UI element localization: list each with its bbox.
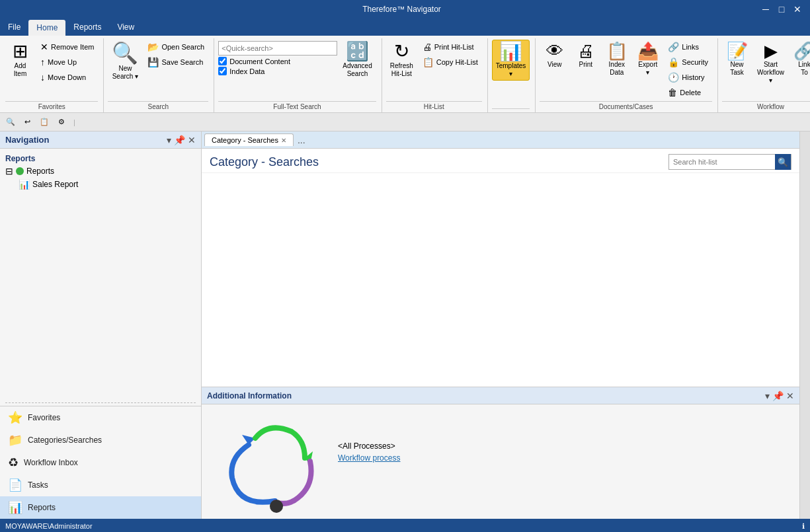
additional-info-dropdown-btn[interactable]: ▾: [765, 391, 770, 401]
templates-button[interactable]: 📊 Templates ▾: [492, 40, 530, 81]
save-search-button[interactable]: 💾 Save Search: [143, 55, 208, 69]
sidebar-item-workflow-inbox[interactable]: ♻ Workflow Inbox: [0, 451, 201, 474]
new-search-icon: 🔍: [112, 42, 138, 63]
toolbar-search-btn[interactable]: 🔍: [3, 116, 19, 128]
delete-button[interactable]: 🗑 Delete: [664, 85, 712, 100]
content-area: Category - Searches ✕ ... Category - Sea…: [202, 132, 799, 519]
ribbon-group-documents: 👁 View 🖨 Print 📋 IndexData 📤 Export ▾: [537, 38, 718, 112]
tab-close-button[interactable]: ✕: [281, 137, 286, 144]
tab-more-button[interactable]: ...: [295, 135, 308, 145]
ribbon-group-workflow: 📝 NewTask ▶ StartWorkflow ▾ 🔗 LinkTo Wor…: [719, 38, 810, 112]
templates-label: [492, 108, 530, 112]
minimize-button[interactable]: ─: [758, 2, 773, 17]
link-to-button[interactable]: 🔗 LinkTo: [790, 40, 810, 79]
refresh-hitlist-button[interactable]: ↻ RefreshHit-List: [386, 40, 417, 81]
start-workflow-icon: ▶: [764, 42, 778, 59]
advanced-search-button[interactable]: 🔡 AdvancedSearch: [339, 40, 376, 81]
additional-info-buttons: ▾ 📌 ✕: [765, 391, 794, 401]
search-hit-list-button[interactable]: 🔍: [775, 154, 791, 170]
sidebar-item-categories[interactable]: 📁 Categories/Searches: [0, 429, 201, 451]
toolbar-copy-btn[interactable]: 📋: [36, 116, 52, 128]
additional-info-close-btn[interactable]: ✕: [786, 391, 794, 401]
move-down-icon: ↓: [40, 72, 45, 83]
nav-pin-button[interactable]: ▾: [167, 135, 171, 145]
workflow-buttons: 📝 NewTask ▶ StartWorkflow ▾ 🔗 LinkTo: [722, 38, 810, 100]
search-hit-list-area: 🔍: [668, 154, 791, 170]
tree-item-sales-report[interactable]: 📊 Sales Report: [0, 178, 201, 191]
toolbar-back-btn[interactable]: ↩: [21, 116, 34, 128]
menu-reports[interactable]: Reports: [65, 19, 109, 36]
tree-item-reports[interactable]: ⊟ Reports: [0, 165, 201, 178]
refresh-icon: ↻: [394, 42, 409, 61]
status-info-icon[interactable]: ℹ: [802, 522, 805, 531]
move-down-button[interactable]: ↓ Move Down: [36, 70, 98, 85]
nav-divider: [5, 402, 196, 403]
toolbar-settings-btn[interactable]: ⚙: [55, 116, 68, 128]
menu-file[interactable]: File: [0, 19, 28, 36]
templates-icon: 📊: [499, 42, 522, 61]
ribbon-group-search: 🔍 NewSearch ▾ 📂 Open Search 💾 Save Searc…: [105, 38, 214, 112]
start-workflow-button[interactable]: ▶ StartWorkflow ▾: [753, 40, 788, 87]
print-button[interactable]: 🖨 Print: [571, 40, 600, 71]
additional-info-pin-btn[interactable]: 📌: [772, 391, 784, 401]
search-hit-list-input[interactable]: [669, 158, 775, 166]
ribbon-group-fulltext: Document Content Index Data 🔡 AdvancedSe…: [216, 38, 382, 112]
remove-item-button[interactable]: ✕ Remove Item: [36, 40, 98, 54]
additional-info-content: <All Processes> Workflow process: [202, 404, 799, 525]
print-icon: 🖨: [423, 42, 432, 52]
new-task-icon: 📝: [727, 42, 748, 59]
quick-search-input[interactable]: [218, 41, 337, 56]
tasks-icon: 📄: [8, 478, 22, 492]
history-button[interactable]: 🕐 History: [664, 70, 712, 85]
add-item-button[interactable]: ⊞ AddItem: [5, 40, 35, 81]
workflow-process-link[interactable]: Workflow process: [338, 453, 400, 463]
new-task-button[interactable]: 📝 NewTask: [722, 40, 752, 79]
copy-hitlist-button[interactable]: 📋 Copy Hit-List: [419, 55, 482, 69]
reports-indicator: [16, 167, 24, 175]
right-scrollbar[interactable]: [799, 132, 810, 519]
sidebar-item-favorites[interactable]: ⭐ Favorites: [0, 406, 201, 429]
close-button[interactable]: ✕: [790, 2, 805, 17]
index-data-checkbox[interactable]: [218, 67, 227, 75]
workflow-diagram: [212, 415, 325, 514]
additional-info-header: Additional Information ▾ 📌 ✕: [202, 387, 799, 404]
nav-float-button[interactable]: 📌: [174, 135, 185, 145]
favorites-icon: ⭐: [8, 410, 22, 425]
workflow-svg: [212, 415, 325, 517]
nav-close-button[interactable]: ✕: [188, 135, 196, 145]
navigation-title: Navigation: [5, 135, 49, 145]
search-label: Search: [108, 101, 208, 112]
tab-bar: Category - Searches ✕ ...: [202, 132, 799, 149]
move-up-button[interactable]: ↑ Move Up: [36, 55, 98, 69]
sidebar-item-reports[interactable]: 📊 Reports: [0, 496, 201, 519]
index-data-button[interactable]: 📋 IndexData: [602, 40, 631, 79]
reports-nav-icon: 📊: [8, 500, 22, 515]
menu-home[interactable]: Home: [28, 20, 65, 36]
all-processes-label: <All Processes>: [338, 441, 400, 451]
open-search-button[interactable]: 📂 Open Search: [143, 40, 208, 54]
favorites-buttons: ⊞ AddItem ✕ Remove Item ↑ Move Up ↓ Move…: [5, 38, 98, 100]
view-button[interactable]: 👁 View: [540, 40, 569, 71]
additional-info-panel: Additional Information ▾ 📌 ✕: [202, 387, 799, 519]
index-data-checkbox-row: Index Data: [218, 67, 337, 75]
doc-content-checkbox[interactable]: [218, 57, 227, 65]
export-button[interactable]: 📤 Export ▾: [633, 40, 663, 79]
workflow-inbox-icon: ♻: [8, 455, 19, 470]
new-search-button[interactable]: 🔍 NewSearch ▾: [108, 40, 142, 83]
delete-icon: 🗑: [668, 87, 677, 98]
tab-category-searches[interactable]: Category - Searches ✕: [204, 133, 294, 146]
sidebar-item-tasks[interactable]: 📄 Tasks: [0, 474, 201, 496]
export-icon: 📤: [637, 42, 659, 59]
advanced-search-icon: 🔡: [346, 42, 369, 61]
search-buttons: 🔍 NewSearch ▾ 📂 Open Search 💾 Save Searc…: [108, 38, 208, 100]
maximize-button[interactable]: □: [774, 2, 789, 17]
menu-view[interactable]: View: [109, 19, 142, 36]
ribbon: ⊞ AddItem ✕ Remove Item ↑ Move Up ↓ Move…: [0, 36, 810, 113]
security-button[interactable]: 🔒 Security: [664, 55, 712, 69]
link-to-icon: 🔗: [793, 42, 810, 59]
doc-content-checkbox-row: Document Content: [218, 57, 337, 65]
print-hitlist-button[interactable]: 🖨 Print Hit-List: [419, 40, 482, 54]
menu-bar: File Home Reports View: [0, 19, 810, 36]
links-button[interactable]: 🔗 Links: [664, 40, 712, 54]
navigation-header-buttons: ▾ 📌 ✕: [167, 135, 196, 145]
